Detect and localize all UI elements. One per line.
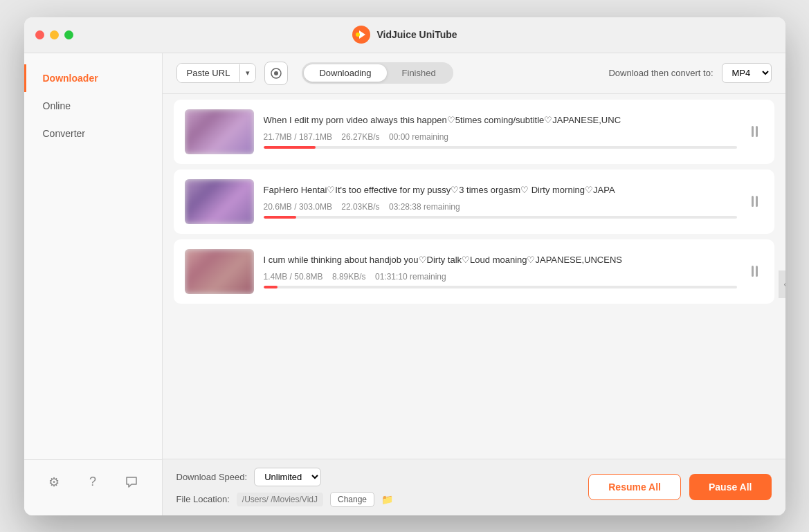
convert-format-select[interactable]: MP4 MP3 AVI MOV xyxy=(722,63,772,83)
pause-all-button[interactable]: Pause All xyxy=(689,474,772,500)
download-item: When I edit my porn video always this ha… xyxy=(174,100,774,164)
tab-group: Downloading Finished xyxy=(302,62,453,84)
progress-bar-2 xyxy=(264,216,737,219)
thumbnail-2 xyxy=(185,179,254,224)
sidebar-bottom: ⚙ ? xyxy=(24,459,162,504)
location-label: File Location: xyxy=(176,494,230,504)
sidebar-item-downloader[interactable]: Downloader xyxy=(24,64,162,92)
svg-point-2 xyxy=(356,33,360,37)
chat-icon[interactable] xyxy=(120,471,143,493)
tab-downloading[interactable]: Downloading xyxy=(304,64,386,82)
help-icon[interactable]: ? xyxy=(82,471,104,493)
thumbnail-1 xyxy=(185,109,254,154)
sidebar-item-online[interactable]: Online xyxy=(24,92,162,120)
progress-fill-1 xyxy=(264,146,316,149)
maximize-button[interactable] xyxy=(64,30,73,39)
paste-url-dropdown-icon[interactable]: ▾ xyxy=(239,64,255,82)
svg-point-4 xyxy=(274,71,278,75)
resume-all-button[interactable]: Resume All xyxy=(588,474,681,500)
downloads-list: When I edit my porn video always this ha… xyxy=(163,94,785,459)
toolbar: Paste URL ▾ Downloading Finished Downloa… xyxy=(163,53,785,94)
progress-fill-2 xyxy=(264,216,297,219)
app-title-text: VidJuice UniTube xyxy=(376,29,457,40)
paste-url-label: Paste URL xyxy=(177,64,240,82)
thumbnail-3 xyxy=(185,249,254,294)
file-path: /Users/ /Movies/VidJ xyxy=(237,493,323,506)
bottom-left: Download Speed: Unlimited 1MB/s 500KB/s … xyxy=(176,468,575,507)
app-window: VidJuice UniTube Downloader Online Conve… xyxy=(24,17,785,515)
speed-row: Download Speed: Unlimited 1MB/s 500KB/s … xyxy=(176,468,575,486)
speed-select[interactable]: Unlimited 1MB/s 500KB/s 100KB/s xyxy=(254,468,321,486)
folder-icon[interactable]: 📁 xyxy=(381,494,393,505)
download-meta-1: 21.7MB / 187.1MB 26.27KB/s 00:00 remaini… xyxy=(264,132,737,142)
download-title-2: FapHero Hentai♡It's too effective for my… xyxy=(264,185,737,195)
app-title: VidJuice UniTube xyxy=(352,25,457,44)
settings-icon[interactable]: ⚙ xyxy=(43,471,65,493)
progress-fill-3 xyxy=(264,286,278,288)
sidebar-item-converter[interactable]: Converter xyxy=(24,120,162,147)
paste-url-button[interactable]: Paste URL ▾ xyxy=(176,63,257,83)
tab-finished[interactable]: Finished xyxy=(387,64,451,82)
download-item: FapHero Hentai♡It's too effective for my… xyxy=(174,169,774,234)
download-info-2: FapHero Hentai♡It's too effective for my… xyxy=(264,185,737,219)
pause-button-3[interactable] xyxy=(747,266,763,277)
main-content: Downloader Online Converter ⚙ ? ‹ xyxy=(24,53,785,515)
location-row: File Location: /Users/ /Movies/VidJ Chan… xyxy=(176,492,575,507)
progress-bar-1 xyxy=(264,146,737,149)
download-item: I cum while thinking about handjob you♡D… xyxy=(174,239,774,304)
progress-bar-3 xyxy=(264,286,737,288)
collapse-sidebar-button[interactable]: ‹ xyxy=(779,270,785,298)
download-meta-2: 20.6MB / 303.0MB 22.03KB/s 03:28:38 rema… xyxy=(264,202,737,212)
speed-label: Download Speed: xyxy=(176,472,248,482)
bottom-actions: Resume All Pause All xyxy=(588,474,771,500)
pause-button-2[interactable] xyxy=(747,196,763,207)
download-info-1: When I edit my porn video always this ha… xyxy=(264,115,737,149)
convert-label: Download then convert to: xyxy=(608,68,713,78)
download-title-1: When I edit my porn video always this ha… xyxy=(264,115,737,125)
sidebar: Downloader Online Converter ⚙ ? xyxy=(24,53,163,515)
download-meta-3: 1.4MB / 50.8MB 8.89KB/s 01:31:10 remaini… xyxy=(264,272,737,282)
minimize-button[interactable] xyxy=(50,30,59,39)
change-location-button[interactable]: Change xyxy=(330,492,374,507)
pause-button-1[interactable] xyxy=(747,126,763,137)
watch-clipboard-button[interactable] xyxy=(264,62,288,85)
traffic-lights xyxy=(35,30,73,39)
download-info-3: I cum while thinking about handjob you♡D… xyxy=(264,255,737,288)
bottom-bar: Download Speed: Unlimited 1MB/s 500KB/s … xyxy=(163,459,785,515)
download-title-3: I cum while thinking about handjob you♡D… xyxy=(264,255,737,265)
close-button[interactable] xyxy=(35,30,44,39)
content-area: ‹ Paste URL ▾ Downloading Finished xyxy=(163,53,785,515)
titlebar: VidJuice UniTube xyxy=(24,17,785,53)
app-logo-icon xyxy=(352,25,371,44)
